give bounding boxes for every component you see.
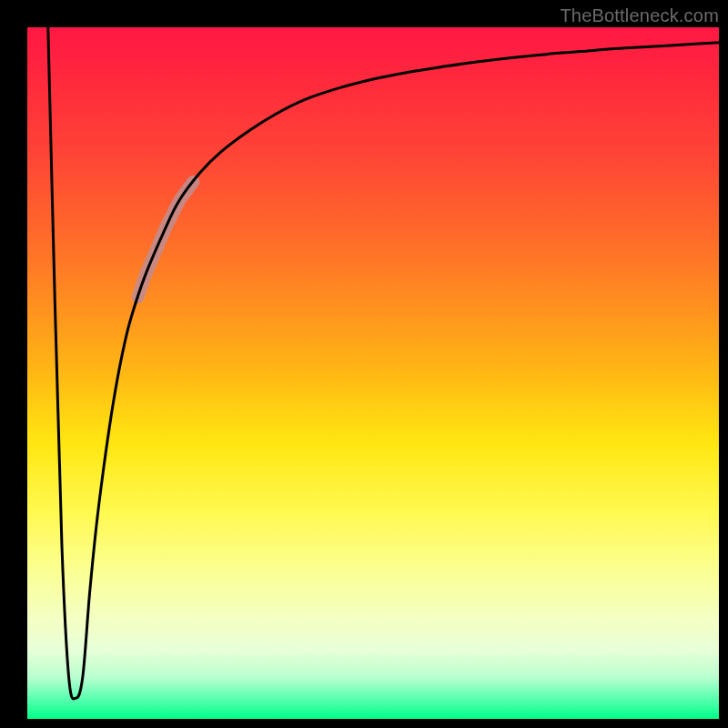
main-curve <box>48 27 719 699</box>
plot-area <box>27 27 719 719</box>
chart-frame: TheBottleneck.com <box>0 0 728 728</box>
attribution-label: TheBottleneck.com <box>560 5 719 26</box>
curve-highlight <box>138 182 194 298</box>
curve-layer <box>27 27 719 719</box>
